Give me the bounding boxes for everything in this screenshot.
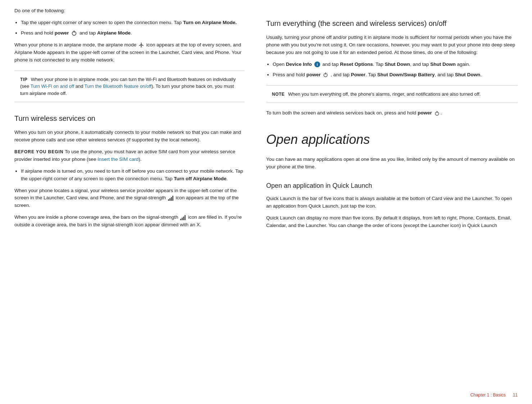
turn-off-heading: Turn everything (the screen and wireless… xyxy=(266,18,518,29)
turn-back-on-after: . xyxy=(441,110,442,115)
footer-chapter-label: Chapter 1 : Basics xyxy=(470,392,506,398)
svg-rect-4 xyxy=(171,197,172,201)
signal-para-1: When your phone locates a signal, your w… xyxy=(14,187,245,210)
bullet-2-after: . xyxy=(227,176,228,181)
turn-off-b1-after: again. xyxy=(456,62,470,67)
svg-rect-2 xyxy=(168,199,169,201)
bullet-1-2-text-after: . xyxy=(131,30,132,36)
bullets-2: If airplane mode is turned on, you need … xyxy=(21,168,245,183)
tip-link1[interactable]: Turn Wi-Fi on and off xyxy=(31,83,74,89)
svg-text:i: i xyxy=(317,62,318,67)
power-icon-right xyxy=(323,72,328,78)
bullet-2-item-1: If airplane mode is turned on, you need … xyxy=(21,168,245,183)
insert-sim-link[interactable]: Insert the SIM card xyxy=(97,156,138,162)
before-you-begin-label: BEFORE YOU BEGIN xyxy=(14,149,63,154)
turn-off-b1-mid2: . Tap xyxy=(373,62,385,67)
svg-rect-9 xyxy=(185,215,186,220)
airplane-mode-desc: When your phone is in airplane mode, the… xyxy=(14,41,245,64)
airplane-icon xyxy=(138,42,144,48)
tip-link2[interactable]: Turn the Bluetooth feature on/off xyxy=(85,83,151,89)
turn-off-b2-bold3: Shut Down/Swap Battery xyxy=(377,72,435,77)
power-icon-back-on xyxy=(434,110,440,116)
quick-launch-subheading: Open an application in Quick Launch xyxy=(266,181,518,191)
bullet-1-2-text-mid: and tap xyxy=(79,30,97,36)
footer-page-number: 11 xyxy=(513,392,518,398)
bullet-1-2-text-before: Press and hold xyxy=(21,30,55,36)
turn-off-b2-before: Press and hold xyxy=(273,72,306,77)
svg-rect-5 xyxy=(172,196,173,201)
turn-back-on-bold: power xyxy=(418,110,432,115)
right-column: Turn everything (the screen and wireless… xyxy=(266,7,518,367)
turn-off-b1-bold1: Device Info xyxy=(286,62,312,67)
open-apps-para1: You can have as many applications open a… xyxy=(266,156,518,171)
signal-para-2: When you are inside a phone coverage are… xyxy=(14,214,245,229)
svg-rect-6 xyxy=(180,219,181,220)
svg-rect-7 xyxy=(182,218,183,220)
turn-off-para1: Usually, turning your phone off and/or p… xyxy=(266,34,518,56)
tip-label: TIP xyxy=(20,77,27,82)
signal-icon-2 xyxy=(180,215,186,220)
tip-text2: and xyxy=(74,83,85,89)
turn-off-b2-mid3: , and tap xyxy=(435,72,455,77)
turn-off-b2-bold1: power xyxy=(306,72,321,77)
main-content: Do one of the following: Tap the upper-r… xyxy=(0,0,532,388)
signal-icon-1 xyxy=(168,196,174,201)
turn-off-b1-before: Open xyxy=(273,62,286,67)
note-text: When you turn everything off, the phone'… xyxy=(287,91,481,97)
note-box: NOTE When you turn everything off, the p… xyxy=(266,85,518,103)
quick-launch-para3: Quick Launch can display no more than fi… xyxy=(266,214,518,230)
section1-heading: Turn wireless services on xyxy=(14,113,245,124)
intro-text: Do one of the following: xyxy=(14,7,245,15)
turn-off-b1-bold2: Reset Options xyxy=(340,62,373,67)
turn-off-b2-after: . xyxy=(480,72,482,77)
bullet-1-item-1: Tap the upper-right corner of any screen… xyxy=(21,19,245,27)
bullet-1-item-2: Press and hold power and tap Airplane Mo… xyxy=(21,29,245,37)
before-you-begin-after: ). xyxy=(138,156,141,162)
page-footer: Chapter 1 : Basics 11 xyxy=(0,388,532,404)
tip-box: TIP When your phone is in airplane mode,… xyxy=(14,71,245,103)
bullets-1: Tap the upper-right corner of any screen… xyxy=(21,19,245,37)
turn-off-b1-mid3: , and tap xyxy=(410,62,430,67)
turn-off-b2-bold4: Shut Down xyxy=(455,72,481,77)
device-info-icon: i xyxy=(314,61,320,68)
bullet-1-2-bold2: Airplane Mode xyxy=(97,30,131,36)
left-column: Do one of the following: Tap the upper-r… xyxy=(14,7,245,367)
turn-off-bullet-1: Open Device Info i and tap Reset Options… xyxy=(273,61,518,68)
page: Do one of the following: Tap the upper-r… xyxy=(0,0,532,404)
power-icon-inline xyxy=(71,30,77,36)
turn-off-bullet-2: Press and hold power , and tap Power. Ta… xyxy=(273,71,518,79)
quick-launch-para2: Quick Launch is the bar of five icons th… xyxy=(266,195,518,210)
turn-off-b2-mid2: . Tap xyxy=(365,72,377,77)
before-you-begin-para: BEFORE YOU BEGIN To use the phone, you m… xyxy=(14,148,245,163)
turn-off-b2-mid1: , and tap xyxy=(331,72,351,77)
turn-off-bullets: Open Device Info i and tap Reset Options… xyxy=(273,61,518,79)
turn-back-on-para: To turn both the screen and wireless ser… xyxy=(266,109,518,117)
turn-off-b1-bold4: Shut Down xyxy=(430,62,456,67)
bullet-1-2-bold1: power xyxy=(55,30,69,36)
bullet-1-text-before: Tap the upper-right corner of any screen… xyxy=(21,20,183,25)
turn-back-on-text: To turn both the screen and wireless ser… xyxy=(266,110,418,115)
svg-rect-8 xyxy=(183,217,184,220)
bullet-1-bold: Turn on Airplane Mode. xyxy=(183,20,237,25)
section1-para1: When you turn on your phone, it automati… xyxy=(14,129,245,144)
open-apps-heading: Open applications xyxy=(266,130,518,149)
note-label: NOTE xyxy=(272,92,285,97)
bullet-2-bold: Turn off Airplane Mode xyxy=(174,176,226,181)
turn-off-b1-mid1: and tap xyxy=(322,62,340,67)
svg-rect-3 xyxy=(169,198,170,201)
turn-off-b2-bold2: Power xyxy=(351,72,365,77)
turn-off-b1-bold3: Shut Down xyxy=(385,62,410,67)
